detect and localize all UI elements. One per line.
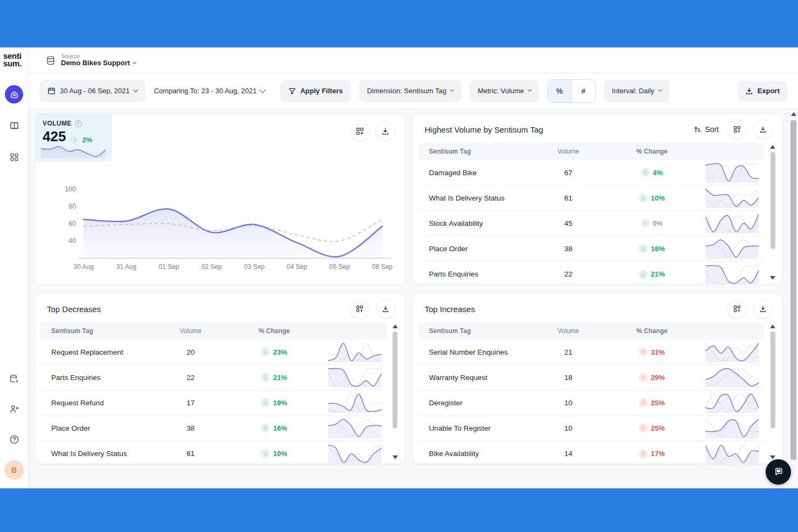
percent-toggle[interactable]: % bbox=[548, 80, 572, 102]
row-change-value: 17% bbox=[651, 450, 665, 458]
toolbar: 30 Aug - 06 Sep, 2021 Comparing To: 23 -… bbox=[29, 73, 798, 109]
export-button[interactable]: Export bbox=[738, 81, 787, 101]
table-row[interactable]: What Is Delivery Status 61 ↓ 10% bbox=[40, 441, 387, 464]
scroll-up-arrow[interactable] bbox=[393, 324, 398, 328]
sidebar-item-help[interactable] bbox=[5, 430, 23, 448]
svg-text:05 Sep: 05 Sep bbox=[329, 263, 350, 271]
table-row[interactable]: Parts Enquiries 22 ↓ 21% bbox=[418, 261, 765, 285]
info-icon[interactable]: i bbox=[75, 120, 82, 127]
sidebar-item-add-source[interactable] bbox=[5, 370, 23, 388]
interval-dropdown[interactable]: Interval: Daily bbox=[604, 80, 670, 102]
book-icon bbox=[9, 121, 19, 131]
col-tag: Sentisum Tag bbox=[40, 327, 150, 335]
comparing-to-value: Comparing To: 23 - 30 Aug, 2021 bbox=[154, 87, 257, 95]
number-toggle[interactable]: # bbox=[572, 80, 595, 102]
add-to-dashboard-button[interactable] bbox=[350, 121, 370, 141]
sidebar-item-dashboards[interactable] bbox=[5, 148, 23, 166]
scroll-up-arrow[interactable] bbox=[791, 112, 796, 116]
row-tag: Parts Enquiries bbox=[418, 270, 528, 278]
sidebar-item-home[interactable] bbox=[5, 85, 23, 103]
row-change-value: 21% bbox=[651, 270, 665, 278]
home-icon bbox=[10, 90, 19, 99]
panel-title: Top Increases bbox=[425, 305, 475, 314]
sentisum-logo: senti sum. bbox=[3, 47, 25, 73]
download-table-button[interactable] bbox=[753, 299, 773, 319]
scroll-thumb[interactable] bbox=[790, 120, 796, 460]
add-to-dashboard-button[interactable] bbox=[727, 299, 747, 319]
row-change-value: 29% bbox=[651, 374, 665, 382]
user-avatar[interactable]: B bbox=[4, 460, 24, 480]
table-row[interactable]: Bike Availability 14 ↑ 17% bbox=[418, 441, 765, 464]
download-icon bbox=[745, 87, 753, 95]
volume-panel: VOLUME i 425 ↑ 2% bbox=[35, 113, 405, 285]
table-row[interactable]: Request Refund 17 ↓ 19% bbox=[40, 390, 387, 416]
scroll-thumb[interactable] bbox=[393, 331, 397, 429]
table-row[interactable]: Warranty Request 18 ↑ 29% bbox=[418, 365, 765, 390]
table-row[interactable]: Parts Enquiries 22 ↓ 21% bbox=[40, 365, 387, 390]
volume-title: VOLUME bbox=[43, 120, 72, 127]
scroll-thumb[interactable] bbox=[771, 331, 775, 429]
svg-text:31 Aug: 31 Aug bbox=[116, 263, 136, 271]
row-sparkline bbox=[695, 417, 764, 439]
download-table-button[interactable] bbox=[753, 120, 773, 139]
col-tag: Sentisum Tag bbox=[418, 327, 528, 335]
scroll-down-arrow[interactable] bbox=[393, 455, 398, 459]
sidebar-item-discover[interactable] bbox=[5, 116, 23, 135]
add-to-dashboard-button[interactable] bbox=[350, 299, 369, 319]
dimension-dropdown[interactable]: Dimension: Sentisum Tag bbox=[359, 80, 462, 102]
download-chart-button[interactable] bbox=[375, 121, 395, 141]
scroll-up-arrow[interactable] bbox=[770, 324, 775, 328]
row-change: ↑ 29% bbox=[639, 373, 665, 382]
table-row[interactable]: Place Order 38 ↓ 16% bbox=[418, 236, 765, 261]
volume-sparkline bbox=[39, 144, 108, 158]
row-sparkline bbox=[318, 443, 387, 465]
volume-change-value: 2% bbox=[82, 136, 92, 144]
widget-add-icon bbox=[356, 127, 364, 135]
date-range-picker[interactable]: 30 Aug - 06 Sep, 2021 bbox=[39, 80, 146, 102]
row-volume: 18 bbox=[528, 374, 609, 382]
sort-button[interactable]: Sort bbox=[693, 125, 719, 134]
metric-dropdown[interactable]: Metric: Volume bbox=[470, 80, 539, 102]
row-change-value: 16% bbox=[273, 424, 287, 432]
calendar-icon bbox=[47, 87, 56, 95]
row-volume: 10 bbox=[528, 424, 609, 432]
apply-filters-button[interactable]: Apply Filters bbox=[280, 80, 351, 102]
add-to-dashboard-button[interactable] bbox=[727, 120, 747, 139]
filter-icon bbox=[288, 87, 296, 95]
scroll-up-arrow[interactable] bbox=[770, 145, 775, 149]
download-table-button[interactable] bbox=[376, 299, 395, 319]
source-selector[interactable]: Demo Bikes Support bbox=[61, 59, 136, 67]
row-volume: 38 bbox=[150, 424, 231, 432]
row-volume: 14 bbox=[528, 450, 609, 458]
volume-change: ↑ 2% bbox=[70, 135, 92, 144]
row-change-value: 0% bbox=[653, 219, 663, 227]
scroll-down-arrow[interactable] bbox=[770, 455, 775, 459]
avatar-initial: B bbox=[11, 466, 17, 474]
dimension-value: Dimension: Sentisum Tag bbox=[367, 87, 446, 95]
download-icon bbox=[382, 305, 389, 313]
scroll-down-arrow[interactable] bbox=[770, 276, 775, 280]
row-tag: Parts Enquiries bbox=[40, 374, 150, 382]
table-row[interactable]: Serial Number Enquiries 21 ↑ 31% bbox=[418, 340, 765, 365]
sidebar-item-invite-user[interactable] bbox=[5, 400, 23, 418]
chat-widget-button[interactable] bbox=[766, 459, 791, 485]
download-icon bbox=[759, 126, 767, 133]
panel-title: Top Decreases bbox=[47, 305, 101, 314]
row-tag: Warranty Request bbox=[418, 374, 528, 382]
scroll-thumb[interactable] bbox=[771, 152, 775, 249]
comparing-to-picker[interactable]: Comparing To: 23 - 30 Aug, 2021 bbox=[154, 87, 265, 95]
table-row[interactable]: What Is Delivery Status 61 ↓ 10% bbox=[418, 185, 765, 211]
table-row[interactable]: Unable To Register 10 ↑ 25% bbox=[418, 416, 765, 441]
interval-value: Interval: Daily bbox=[612, 87, 655, 95]
row-tag: Serial Number Enquiries bbox=[418, 348, 528, 356]
trend-arrow-icon: ↑ bbox=[639, 373, 648, 382]
table-row[interactable]: Stock Availability 45 ↑ 0% bbox=[418, 211, 765, 236]
table-row[interactable]: Damaged Bike 67 ↓ 4% bbox=[418, 160, 765, 185]
table-row[interactable]: Deregister 10 ↑ 25% bbox=[418, 390, 765, 416]
apply-filters-label: Apply Filters bbox=[300, 87, 343, 95]
svg-text:03 Sep: 03 Sep bbox=[244, 263, 265, 271]
row-change: ↑ 31% bbox=[639, 348, 665, 356]
table-row[interactable]: Request Replacement 20 ↓ 23% bbox=[40, 340, 387, 365]
row-sparkline bbox=[695, 162, 764, 183]
table-row[interactable]: Place Order 38 ↓ 16% bbox=[40, 416, 387, 441]
